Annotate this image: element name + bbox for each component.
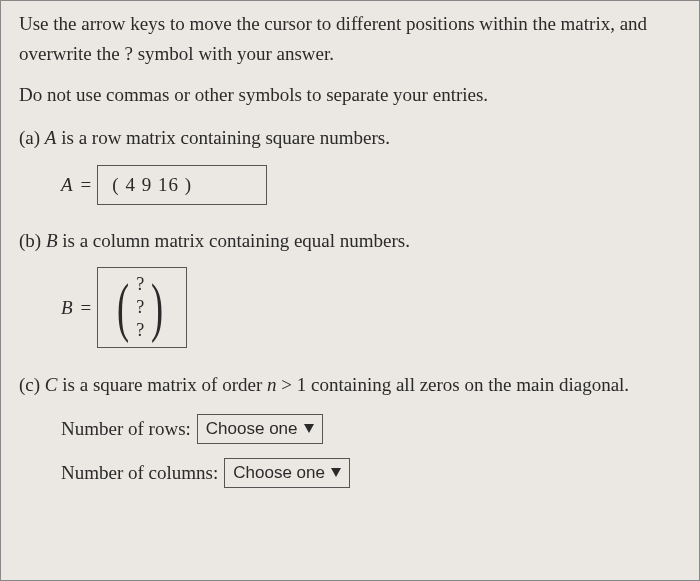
- part-a-var: A: [45, 127, 57, 148]
- part-a-label: (a): [19, 127, 40, 148]
- columns-dropdown[interactable]: Choose one: [224, 458, 350, 488]
- matrix-b-cell-1[interactable]: ?: [136, 297, 144, 318]
- rows-field: Number of rows: Choose one: [61, 414, 681, 444]
- rows-label: Number of rows:: [61, 418, 191, 440]
- part-c-label: (c): [19, 374, 40, 395]
- rows-dropdown[interactable]: Choose one: [197, 414, 323, 444]
- part-b-equation: B = ( ? ? ? ): [61, 267, 681, 348]
- part-c-prompt: (c) C is a square matrix of order n > 1 …: [47, 370, 681, 399]
- part-a-prompt: (a) A is a row matrix containing square …: [19, 124, 681, 153]
- matrix-b-cell-0[interactable]: ?: [136, 274, 144, 295]
- chevron-down-icon: [331, 468, 341, 477]
- matrix-a-input[interactable]: ( 4 9 16 ): [97, 165, 267, 205]
- part-b: (b) B is a column matrix containing equa…: [19, 227, 681, 349]
- matrix-b-cell-2[interactable]: ?: [136, 320, 144, 341]
- columns-field: Number of columns: Choose one: [61, 458, 681, 488]
- part-c-var: C: [45, 374, 58, 395]
- part-c-n: n: [267, 374, 277, 395]
- part-b-lhs: B: [61, 297, 73, 319]
- question-page: Use the arrow keys to move the cursor to…: [0, 0, 700, 581]
- columns-label: Number of columns:: [61, 462, 218, 484]
- part-b-text: is a column matrix containing equal numb…: [58, 230, 410, 251]
- part-b-prompt: (b) B is a column matrix containing equa…: [19, 227, 681, 256]
- rows-dropdown-text: Choose one: [206, 419, 298, 439]
- chevron-down-icon: [304, 424, 314, 433]
- columns-dropdown-text: Choose one: [233, 463, 325, 483]
- part-a-equation: A = ( 4 9 16 ): [61, 165, 681, 205]
- equals-sign: =: [81, 174, 92, 196]
- left-paren-icon: (: [112, 281, 134, 334]
- part-a-text: is a row matrix containing square number…: [56, 127, 389, 148]
- instructions-line-1: Use the arrow keys to move the cursor to…: [19, 9, 681, 70]
- part-a: (a) A is a row matrix containing square …: [19, 124, 681, 205]
- instructions-line-2: Do not use commas or other symbols to se…: [19, 80, 681, 110]
- part-a-lhs: A: [61, 174, 73, 196]
- part-b-label: (b): [19, 230, 41, 251]
- part-c-text-1: is a square matrix of order: [58, 374, 267, 395]
- equals-sign: =: [81, 297, 92, 319]
- part-c-text-2: > 1 containing all zeros on the main dia…: [277, 374, 630, 395]
- matrix-b-input[interactable]: ( ? ? ? ): [97, 267, 187, 348]
- right-paren-icon: ): [146, 281, 168, 334]
- matrix-b-cells: ? ? ?: [134, 274, 146, 341]
- part-c: (c) C is a square matrix of order n > 1 …: [19, 370, 681, 487]
- matrix-a-value: ( 4 9 16 ): [112, 174, 192, 196]
- part-b-var: B: [46, 230, 58, 251]
